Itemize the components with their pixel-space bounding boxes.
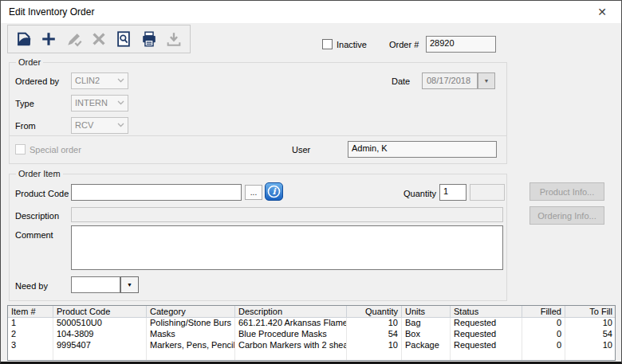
table-cell: Blue Procedure Masks: [235, 329, 347, 340]
edit-icon: [65, 29, 84, 49]
table-cell: 104-3809: [53, 329, 147, 340]
export-icon: [164, 29, 183, 49]
comment-label: Comment: [15, 230, 53, 240]
dropdown-arrow-icon: ▼: [127, 282, 132, 288]
table-row[interactable]: [8, 351, 615, 361]
table-row[interactable]: 39995407Markers, Pens, PencilsCarbon Mar…: [8, 340, 615, 351]
browse-button[interactable]: ...: [245, 185, 262, 200]
column-header-to-fill[interactable]: To Fill: [565, 306, 616, 317]
table-cell: 0: [522, 340, 565, 351]
inactive-label: Inactive: [337, 40, 367, 49]
open-order-icon[interactable]: [14, 29, 33, 49]
need-by-input[interactable]: [71, 276, 120, 293]
dropdown-arrow-icon: ▼: [484, 78, 490, 84]
chevron-down-icon: [117, 78, 124, 83]
table-cell: 0: [522, 329, 565, 340]
table-cell: [147, 351, 235, 361]
table-cell: 9995407: [53, 340, 147, 351]
column-header-description[interactable]: Description: [235, 306, 347, 317]
column-header-quantity[interactable]: Quantity: [347, 306, 402, 317]
column-header-status[interactable]: Status: [451, 306, 522, 317]
table-cell: [451, 351, 522, 361]
column-header-item[interactable]: Item #: [8, 306, 53, 317]
table-cell: Markers, Pens, Pencils: [147, 340, 235, 351]
column-header-filled[interactable]: Filled: [522, 306, 565, 317]
table-cell: 10: [565, 318, 616, 329]
date-field[interactable]: 08/17/2018: [422, 72, 478, 89]
window-title: Edit Inventory Order: [9, 6, 94, 18]
chevron-down-icon: [117, 123, 124, 127]
quantity-input[interactable]: 1: [439, 184, 467, 201]
order-item-group-label: Order Item: [16, 169, 63, 178]
table-cell: 10: [565, 340, 616, 351]
add-icon[interactable]: [39, 29, 58, 49]
special-order-checkbox: [15, 144, 26, 155]
user-label: User: [292, 145, 310, 155]
description-field: [71, 207, 503, 222]
from-label: From: [15, 121, 36, 131]
table-cell: 10: [347, 318, 402, 329]
dialog-body: Inactive Order # 28920 Order Ordered by …: [1, 23, 621, 362]
quantity-label: Quantity: [404, 189, 436, 198]
order-group-label: Order: [16, 57, 43, 67]
table-cell: Carbon Markers with 2 shea...: [235, 340, 347, 351]
preview-icon[interactable]: [114, 29, 133, 49]
table-body: 15000510U0Polishing/Stone Burs661.21.420…: [8, 318, 615, 361]
from-value: RCV: [75, 120, 93, 130]
table-header-row: Item #Product CodeCategoryDescriptionQua…: [8, 306, 615, 318]
table-cell: 54: [565, 329, 616, 340]
need-by-label: Need by: [15, 281, 48, 291]
comment-input[interactable]: [71, 225, 503, 270]
product-code-input[interactable]: [71, 184, 242, 201]
column-header-product-code[interactable]: Product Code: [53, 306, 147, 317]
chevron-down-icon: [117, 100, 124, 105]
print-icon[interactable]: [140, 29, 159, 49]
product-info-icon[interactable]: i: [265, 182, 283, 201]
description-label: Description: [15, 211, 59, 221]
column-header-units[interactable]: Units: [402, 306, 451, 317]
table-cell: [347, 351, 402, 361]
table-cell: [402, 351, 451, 361]
from-combo[interactable]: RCV: [71, 117, 128, 134]
product-code-label: Product Code: [15, 189, 69, 198]
ordering-info-button: Ordering Info...: [529, 206, 604, 225]
table-cell: Polishing/Stone Burs: [147, 318, 235, 329]
table-cell: [565, 351, 616, 361]
type-value: INTERN: [75, 98, 108, 108]
type-combo[interactable]: INTERN: [71, 95, 128, 112]
need-by-dropdown-button[interactable]: ▼: [120, 276, 139, 293]
table-cell: Requested: [451, 329, 522, 340]
table-cell: [522, 351, 565, 361]
column-header-category[interactable]: Category: [147, 306, 235, 317]
ordered-by-value: CLIN2: [75, 76, 100, 85]
table-cell: 10: [347, 340, 402, 351]
close-icon[interactable]: ✕: [597, 6, 607, 18]
table-cell: Requested: [451, 318, 522, 329]
order-number-label: Order #: [389, 40, 419, 49]
table-cell: Package: [402, 340, 451, 351]
order-number-field[interactable]: 28920: [426, 36, 496, 53]
user-field: Admin, K: [348, 141, 497, 158]
table-cell: 2: [8, 329, 53, 340]
type-label: Type: [15, 99, 34, 108]
date-label: Date: [392, 76, 410, 86]
inactive-checkbox[interactable]: [322, 39, 333, 49]
table-cell: 54: [347, 329, 402, 340]
table-cell: [235, 351, 347, 361]
titlebar: Edit Inventory Order ✕: [1, 1, 621, 23]
table-cell: 0: [522, 318, 565, 329]
table-row[interactable]: 2104-3809MasksBlue Procedure Masks54BoxR…: [8, 329, 615, 340]
table-cell: 3: [8, 340, 53, 351]
product-info-button: Product Info...: [529, 182, 604, 201]
table-row[interactable]: 15000510U0Polishing/Stone Burs661.21.420…: [8, 318, 615, 329]
special-order-label: Special order: [30, 145, 81, 155]
table-cell: Masks: [147, 329, 235, 340]
ordered-by-combo[interactable]: CLIN2: [71, 72, 128, 89]
edit-inventory-order-dialog: Edit Inventory Order ✕: [0, 0, 622, 364]
quantity-units-field: [470, 184, 505, 201]
table-cell: [8, 351, 53, 361]
svg-text:i: i: [272, 186, 277, 197]
table-cell: Bag: [402, 318, 451, 329]
toolbar: [7, 25, 191, 53]
date-dropdown-button[interactable]: ▼: [478, 72, 495, 89]
